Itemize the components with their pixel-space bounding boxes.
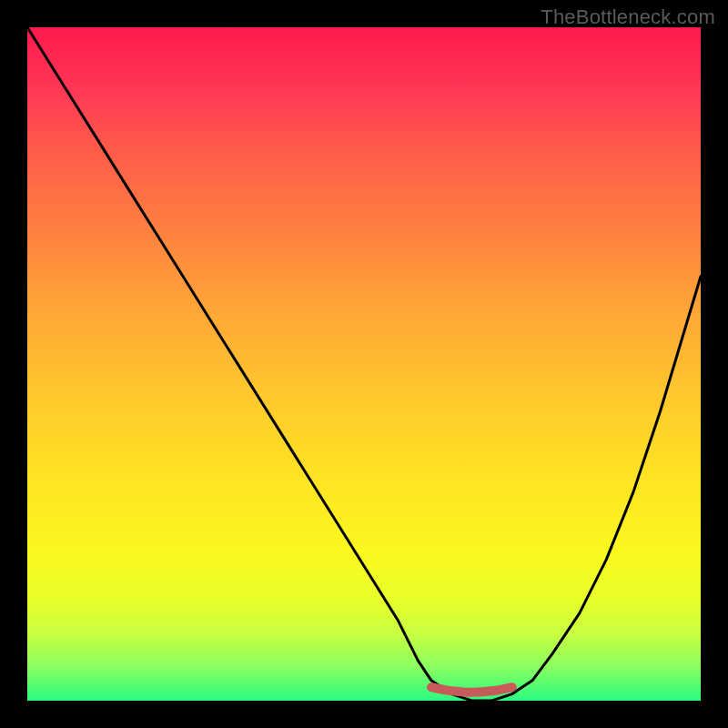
plot-area (27, 27, 701, 701)
curve-layer (27, 27, 701, 701)
bottleneck-curve (27, 27, 701, 701)
watermark-text: TheBottleneck.com (541, 5, 715, 29)
chart-container: TheBottleneck.com (0, 0, 728, 728)
optimal-range-marker (431, 687, 512, 693)
